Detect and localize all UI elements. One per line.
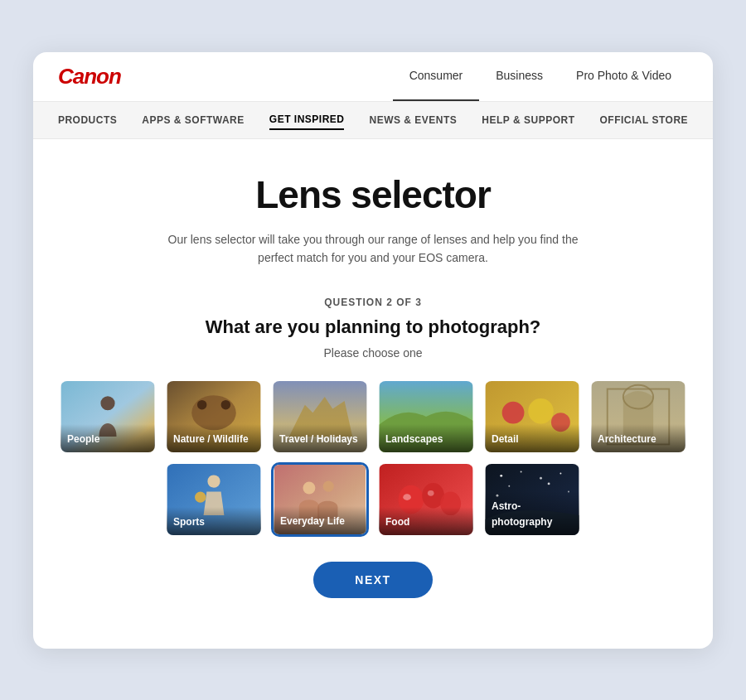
option-nature-label: Nature / Wildlife [173, 433, 249, 445]
svg-point-26 [428, 490, 434, 496]
option-landscapes[interactable]: Landscapes [377, 379, 475, 454]
sec-nav-help[interactable]: HELP & SUPPORT [482, 111, 574, 129]
sec-nav-products[interactable]: PRODUCTS [58, 111, 117, 129]
sec-nav-inspired[interactable]: GET INSPIRED [269, 110, 345, 130]
option-landscapes-label: Landscapes [385, 433, 443, 445]
sec-nav-store[interactable]: OFFICIAL STORE [599, 111, 688, 129]
svg-point-28 [500, 475, 502, 477]
option-everyday-overlay: Everyday Life [274, 506, 366, 535]
tab-consumer[interactable]: Consumer [393, 52, 480, 101]
option-travel[interactable]: Travel / Holidays [271, 379, 369, 454]
option-people[interactable]: People [59, 379, 157, 454]
sec-nav-apps[interactable]: APPS & SOFTWARE [142, 111, 245, 129]
options-row-1: People Nature / Wildlife [59, 379, 687, 454]
option-astro-label: Astro-photography [492, 500, 552, 528]
main-content: Lens selector Our lens selector will tak… [33, 139, 713, 632]
page-title: Lens selector [58, 172, 688, 217]
svg-point-4 [197, 400, 206, 409]
svg-point-31 [560, 473, 561, 475]
sec-nav-news[interactable]: NEWS & EVENTS [369, 111, 457, 129]
svg-point-33 [548, 483, 550, 485]
choose-label: Please choose one [58, 346, 688, 360]
tab-pro[interactable]: Pro Photo & Video [560, 52, 688, 101]
option-nature[interactable]: Nature / Wildlife [165, 379, 263, 454]
option-everyday[interactable]: Everyday Life [271, 462, 369, 537]
option-detail-label: Detail [492, 433, 519, 445]
tab-business[interactable]: Business [479, 52, 560, 101]
option-food[interactable]: Food [377, 462, 475, 537]
svg-point-29 [521, 471, 522, 473]
svg-point-20 [323, 481, 334, 492]
svg-point-30 [540, 477, 542, 480]
svg-point-25 [403, 495, 411, 501]
next-button[interactable]: NEXT [313, 562, 432, 598]
svg-point-9 [502, 402, 525, 424]
page-subtitle: Our lens selector will take you through … [157, 230, 589, 268]
option-detail[interactable]: Detail [483, 379, 581, 454]
nav-tabs: Consumer Business Pro Photo & Video [393, 52, 688, 101]
option-everyday-label: Everyday Life [280, 515, 345, 527]
svg-point-17 [195, 492, 206, 503]
option-travel-label: Travel / Holidays [279, 433, 358, 445]
option-sports-overlay: Sports [167, 507, 261, 536]
option-astro-overlay: Astro-photography [485, 491, 579, 535]
options-row-2: Sports Everyday Life [165, 462, 581, 537]
option-sports[interactable]: Sports [165, 462, 263, 537]
svg-point-5 [221, 400, 230, 409]
option-architecture-label: Architecture [598, 433, 656, 445]
svg-point-1 [100, 396, 114, 410]
canon-logo: Canon [58, 64, 121, 89]
option-food-label: Food [385, 516, 409, 528]
option-nature-overlay: Nature / Wildlife [167, 424, 261, 453]
question-label: QUESTION 2 OF 3 [58, 297, 688, 308]
main-card: Canon Consumer Business Pro Photo & Vide… [33, 52, 713, 649]
option-food-overlay: Food [379, 507, 473, 536]
option-detail-overlay: Detail [485, 424, 579, 453]
option-people-label: People [67, 433, 99, 445]
sec-nav: PRODUCTS APPS & SOFTWARE GET INSPIRED NE… [33, 102, 713, 139]
svg-point-16 [207, 476, 220, 488]
svg-point-32 [508, 485, 510, 487]
question-text: What are you planning to photograph? [58, 316, 688, 338]
option-architecture-overlay: Architecture [591, 424, 685, 453]
option-people-overlay: People [61, 424, 155, 453]
option-astro[interactable]: Astro-photography [483, 462, 581, 537]
option-landscapes-overlay: Landscapes [379, 424, 473, 453]
top-nav: Canon Consumer Business Pro Photo & Vide… [33, 52, 713, 102]
option-travel-overlay: Travel / Holidays [273, 424, 367, 453]
svg-point-10 [528, 398, 554, 424]
option-architecture[interactable]: Architecture [589, 379, 687, 454]
options-grid: People Nature / Wildlife [58, 379, 688, 537]
svg-point-19 [303, 482, 315, 495]
option-sports-label: Sports [173, 516, 205, 528]
